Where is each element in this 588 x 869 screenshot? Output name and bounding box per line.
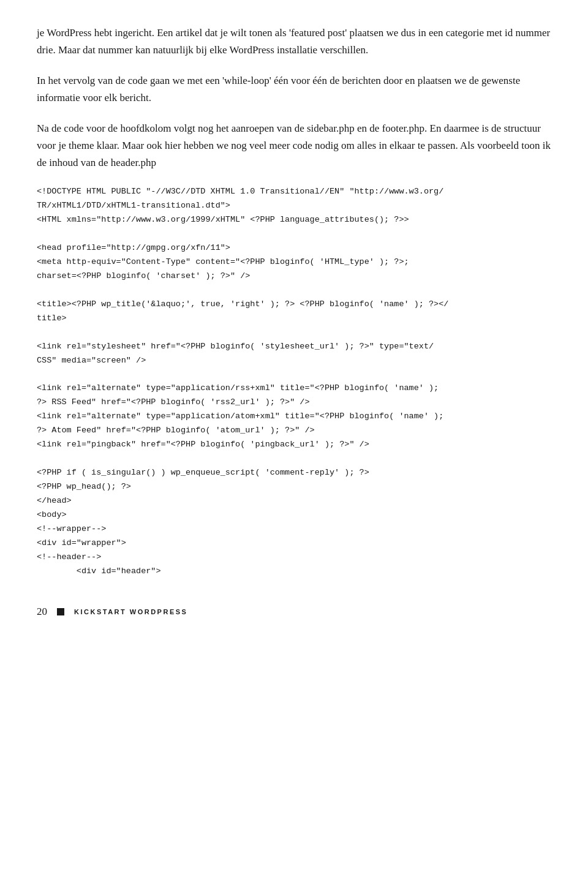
- paragraph-3: Na de code voor de hoofdkolom volgt nog …: [37, 120, 551, 171]
- paragraph-1: je WordPress hebt ingericht. Een artikel…: [37, 24, 551, 59]
- page-footer: 20 KICKSTART WORDPRESS: [37, 603, 551, 620]
- footer-divider-icon: [57, 608, 64, 615]
- page-number: 20: [37, 603, 47, 620]
- footer-title: KICKSTART WORDPRESS: [74, 606, 187, 617]
- paragraph-2: In het vervolg van de code gaan we met e…: [37, 72, 551, 107]
- code-block: <!DOCTYPE HTML PUBLIC "-//W3C//DTD XHTML…: [37, 185, 551, 578]
